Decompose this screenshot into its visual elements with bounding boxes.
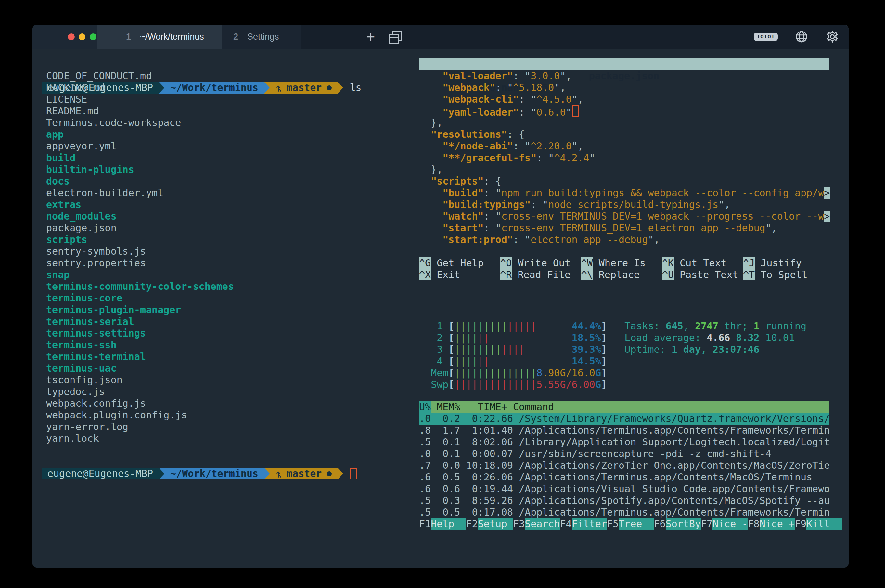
close-button[interactable] bbox=[68, 33, 75, 40]
shell-cursor bbox=[350, 468, 357, 480]
process-row[interactable]: .5 0.1 8:02.06 /Library/Application Supp… bbox=[419, 436, 830, 448]
fkey-label: F9 bbox=[795, 518, 806, 530]
shortcut-key: ^O bbox=[500, 257, 512, 268]
process-row[interactable]: .7 0.0 10:18.09 /Applications/ZeroTier O… bbox=[419, 460, 830, 471]
nano-line: "*/node-abi": "^2.20.0", bbox=[419, 140, 835, 152]
shortcut-label: Write Out bbox=[512, 257, 570, 268]
process-row[interactable]: .8 1.7 1:01.40 /Applications/Terminus.ap… bbox=[419, 424, 830, 436]
directory-entry: terminus-plugin-manager bbox=[46, 304, 404, 316]
directory-entry: terminus-core bbox=[46, 292, 404, 304]
file-entry: CODE_OF_CONDUCT.md bbox=[46, 70, 404, 82]
htop-summary-line: Load average: 4.66 8.32 10.01 bbox=[624, 332, 806, 344]
nano-shortcut: ^\ Replace bbox=[581, 269, 662, 280]
prompt-git: master bbox=[270, 468, 338, 480]
process-table-header[interactable]: U% MEM% TIME+ Command bbox=[419, 401, 829, 413]
nano-htop-pane[interactable]: package.json GNU nano 4.5 "val-loader": … bbox=[419, 58, 835, 280]
process-row[interactable]: .0 0.2 0:22.66 /System/Library/Framework… bbox=[419, 413, 829, 424]
fkey-action[interactable]: Nice + bbox=[760, 518, 795, 530]
directory-entry: app bbox=[46, 129, 404, 140]
powerline-chevron bbox=[159, 468, 164, 480]
directory-entry: terminus-settings bbox=[46, 327, 404, 339]
nano-line: "build:typings": "node scripts/build-typ… bbox=[419, 199, 835, 210]
directory-entry: build bbox=[46, 152, 404, 164]
fkey-action[interactable]: Setup bbox=[478, 518, 513, 530]
file-entry: package.json bbox=[46, 222, 404, 234]
process-row[interactable]: .5 0.3 8:59.26 /Applications/Spotify.app… bbox=[419, 495, 830, 507]
powerline-chevron bbox=[338, 468, 343, 480]
directory-entry: docs bbox=[46, 176, 404, 187]
new-window-button[interactable] bbox=[388, 31, 402, 43]
shortcut-label: Paste Text bbox=[674, 269, 738, 280]
tab-number: 1 bbox=[126, 32, 131, 42]
process-row[interactable]: .6 0.5 0:26.06 /Applications/Terminus.ap… bbox=[419, 471, 830, 483]
pane-divider[interactable] bbox=[407, 49, 407, 567]
block-cursor bbox=[572, 105, 579, 117]
file-entry: README.md bbox=[46, 105, 404, 117]
fkey-action[interactable]: Search bbox=[525, 518, 560, 530]
nano-line: "webpack": "^5.18.0", bbox=[419, 82, 835, 93]
gear-icon[interactable] bbox=[825, 30, 840, 44]
nano-line: "yaml-loader": "0.6.0" bbox=[419, 105, 835, 117]
htop-process-table[interactable]: U% MEM% TIME+ Command.0 0.2 0:22.66 /Sys… bbox=[419, 401, 830, 518]
fkey-action[interactable]: Kill bbox=[806, 518, 842, 530]
shortcut-label: Where Is bbox=[593, 257, 646, 268]
window-copy-icon bbox=[388, 34, 399, 44]
shortcut-key: ^J bbox=[743, 257, 755, 268]
fkey-action[interactable]: Tree bbox=[619, 518, 654, 530]
fkey-action[interactable]: Nice - bbox=[712, 518, 748, 530]
terminus-window: 1 ~/Work/terminus 2 Settings + IOIOI bbox=[33, 25, 849, 567]
fkey-action[interactable]: Help bbox=[431, 518, 466, 530]
prompt-user: eugene@Eugenes-MBP bbox=[42, 468, 159, 480]
process-row[interactable]: .6 0.6 0:19.44 /Applications/Visual Stud… bbox=[419, 483, 830, 495]
tab-work-terminus[interactable]: 1 ~/Work/terminus bbox=[98, 25, 222, 49]
htop-summary-line: Uptime: 1 day, 23:07:46 bbox=[624, 344, 806, 356]
shell-pane[interactable]: eugene@Eugenes-MBP ~/Work/terminus maste… bbox=[46, 58, 404, 456]
nano-line: "build": "npm run build:typings && webpa… bbox=[419, 187, 835, 199]
nano-shortcut-row: ^G Get Help^O Write Out^W Where Is^K Cut… bbox=[419, 257, 835, 269]
fkey-label: F5 bbox=[607, 518, 619, 530]
prompt-line: eugene@Eugenes-MBP ~/Work/terminus maste… bbox=[46, 444, 404, 456]
nano-shortcut: ^T To Spell bbox=[743, 269, 824, 280]
shortcut-key: ^\ bbox=[581, 269, 592, 280]
sort-column-header[interactable]: U% bbox=[419, 401, 431, 412]
shortcut-key: ^W bbox=[581, 257, 592, 268]
directory-entry: terminus-community-color-schemes bbox=[46, 280, 404, 292]
tab-number: 2 bbox=[233, 32, 238, 42]
nano-shortcut: ^G Get Help bbox=[419, 257, 500, 269]
directory-entry: builtin-plugins bbox=[46, 164, 404, 176]
nano-shortcut-bar: ^G Get Help^O Write Out^W Where Is^K Cut… bbox=[419, 257, 835, 280]
file-entry: sentry-symbols.js bbox=[46, 246, 404, 257]
htop-fkey-bar: F1Help F2Setup F3SearchF4FilterF5Tree F6… bbox=[419, 518, 842, 530]
git-branch-icon bbox=[276, 469, 283, 478]
prompt-line: eugene@Eugenes-MBP ~/Work/terminus maste… bbox=[46, 58, 404, 70]
shortcut-key: ^R bbox=[500, 269, 512, 280]
file-entry: webpack.plugin.config.js bbox=[46, 410, 404, 421]
globe-icon[interactable] bbox=[795, 30, 808, 44]
nano-shortcut: ^O Write Out bbox=[500, 257, 581, 269]
nano-shortcut: ^K Cut Text bbox=[662, 257, 743, 269]
minimize-button[interactable] bbox=[79, 33, 86, 40]
nano-editor[interactable]: "val-loader": "3.0.0", "webpack": "^5.18… bbox=[419, 70, 835, 246]
nano-line: }, bbox=[419, 164, 835, 176]
nano-shortcut: ^W Where Is bbox=[581, 257, 662, 269]
serial-port-icon[interactable]: IOIOI bbox=[754, 33, 778, 41]
fkey-label: F2 bbox=[466, 518, 478, 530]
nano-line: }, bbox=[419, 117, 835, 129]
cpu-mem-meter: 2 [|||||| 18.5%] bbox=[419, 332, 607, 344]
file-entry: typedoc.js bbox=[46, 386, 404, 398]
file-entry: HACKING.md bbox=[46, 82, 404, 93]
tab-settings[interactable]: 2 Settings bbox=[222, 25, 301, 49]
process-row[interactable]: .5 0.5 0:17.08 /Applications/Terminus.ap… bbox=[419, 507, 830, 518]
new-tab-button[interactable]: + bbox=[361, 27, 380, 46]
fkey-label: F6 bbox=[654, 518, 666, 530]
fkey-label: F7 bbox=[701, 518, 712, 530]
file-entry: LICENSE bbox=[46, 93, 404, 105]
process-row[interactable]: .0 0.1 0:00.07 /usr/sbin/screencapture -… bbox=[419, 448, 830, 460]
fkey-label: F3 bbox=[513, 518, 525, 530]
fkey-action[interactable]: Filter bbox=[572, 518, 607, 530]
directory-entry: terminus-ssh bbox=[46, 339, 404, 351]
zoom-button[interactable] bbox=[90, 33, 96, 40]
nano-line: "watch": "cross-env TERMINUS_DEV=1 webpa… bbox=[419, 210, 835, 222]
fkey-action[interactable]: SortBy bbox=[666, 518, 701, 530]
htop-meters: 1 [|||||||||||||| 44.4%] 2 [|||||| 18.5%… bbox=[419, 320, 607, 390]
